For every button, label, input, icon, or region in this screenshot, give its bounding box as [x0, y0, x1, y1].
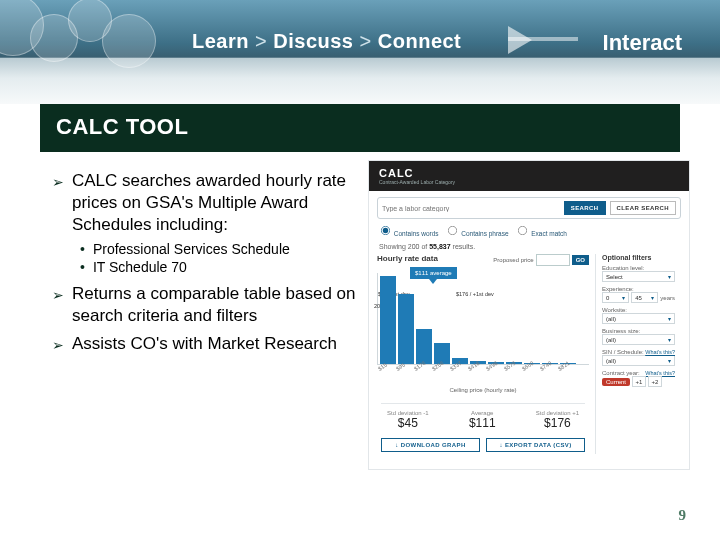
proposed-price-input[interactable]	[536, 254, 570, 266]
filters-panel: Optional filters Education level:Select▾…	[595, 254, 681, 454]
banner-interact: Interact	[603, 30, 682, 56]
radio-contains-phrase[interactable]: Contains phrase	[446, 230, 508, 237]
filters-title: Optional filters	[602, 254, 675, 261]
worksite-select[interactable]: (all)▾	[602, 313, 675, 324]
banner-nav: Learn > Discuss > Connect	[192, 30, 461, 53]
arrow-icon	[508, 26, 532, 54]
bullet-icon: ➢	[52, 337, 64, 355]
bullet-text: Returns a comparable table based on sear…	[72, 283, 360, 327]
bullet-list: ➢CALC searches awarded hourly rate price…	[52, 160, 360, 470]
chevron-down-icon: ▾	[668, 273, 671, 280]
export-csv-button[interactable]: ↓ EXPORT DATA (CSV)	[486, 438, 585, 452]
chart-panel: Hourly rate data Proposed price GO $111 …	[377, 254, 589, 454]
max-marker: $176 / +1st dev	[456, 291, 494, 297]
proposed-price-row: Proposed price GO	[493, 254, 589, 266]
bullet-icon: ➢	[52, 174, 64, 235]
chart-title: Hourly rate data	[377, 254, 438, 263]
slide-content: ➢CALC searches awarded hourly rate price…	[0, 152, 720, 470]
sin-select[interactable]: (all)▾	[602, 355, 675, 366]
education-select[interactable]: Select▾	[602, 271, 675, 282]
results-count: Showing 200 of 55,837 results.	[379, 243, 679, 250]
whats-this-link[interactable]: What's this?	[645, 349, 675, 355]
x-axis-label: Ceiling price (hourly rate)	[377, 387, 589, 393]
radio-exact-match[interactable]: Exact match	[516, 230, 567, 237]
contract-year-plus2[interactable]: +2	[648, 376, 662, 387]
search-bar: SEARCH CLEAR SEARCH	[377, 197, 681, 219]
clear-search-button[interactable]: CLEAR SEARCH	[610, 201, 676, 215]
search-button[interactable]: SEARCH	[564, 201, 606, 215]
contract-year-current[interactable]: Current	[602, 378, 630, 386]
go-button[interactable]: GO	[572, 255, 589, 265]
header-banner: Learn > Discuss > Connect Interact	[0, 0, 720, 104]
page-number: 9	[679, 507, 687, 524]
avg-tooltip: $111 average	[410, 267, 457, 279]
bullet-text: CALC searches awarded hourly rate prices…	[72, 170, 360, 235]
histogram-chart: $111 average $45 / 1st dev $176 / +1st d…	[377, 273, 589, 365]
sub-bullet: Professional Services Schedule	[80, 241, 360, 259]
business-size-select[interactable]: (all)▾	[602, 334, 675, 345]
sub-bullet: IT Schedule 70	[80, 259, 360, 277]
bullet-icon: ➢	[52, 287, 64, 327]
download-graph-button[interactable]: ↓ DOWNLOAD GRAPH	[381, 438, 480, 452]
match-radios: Contains words Contains phrase Exact mat…	[379, 223, 679, 237]
calc-screenshot: CALCContract-Awarded Labor Category SEAR…	[368, 160, 690, 470]
exp-min-select[interactable]: 0▾	[602, 292, 629, 303]
exp-max-select[interactable]: 45▾	[631, 292, 658, 303]
radio-contains-words[interactable]: Contains words	[379, 230, 439, 237]
contract-year-plus1[interactable]: +1	[632, 376, 646, 387]
stats-row: Std deviation -1$45 Average$111 Std devi…	[381, 403, 585, 434]
x-ticks: $15$95$176$256 $337$418$498$579 $660$740…	[377, 367, 589, 377]
slide-title: CALC TOOL	[40, 104, 680, 152]
labor-category-input[interactable]	[382, 205, 564, 212]
calc-logo: CALCContract-Awarded Labor Category	[369, 161, 689, 191]
bullet-text: Assists CO's with Market Research	[72, 333, 337, 355]
